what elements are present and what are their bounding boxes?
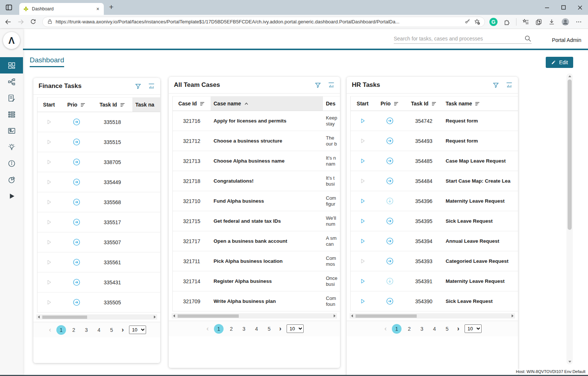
horizontal-scrollbar[interactable] [36, 314, 157, 320]
horizontal-scrollbar[interactable] [350, 313, 515, 318]
table-row[interactable]: 354394 Annual Leave Request [351, 231, 518, 251]
table-row[interactable]: 354484 Start Case Map: Create Lea [351, 171, 518, 191]
forward-button[interactable] [17, 18, 25, 26]
collections-icon[interactable] [535, 18, 542, 26]
page-number[interactable]: 5 [442, 324, 452, 334]
table-row[interactable]: 335515 [37, 132, 160, 152]
table-row[interactable]: 354395 Sick Leave Request [351, 211, 518, 231]
downloads-icon[interactable] [548, 18, 555, 26]
more-menu-icon[interactable] [575, 19, 582, 25]
scrollbar-thumb[interactable] [568, 79, 572, 230]
scroll-right-arrow[interactable] [154, 315, 156, 318]
start-task-icon[interactable] [46, 219, 52, 225]
edit-dashboard-button[interactable]: Edit [546, 57, 573, 68]
axonivy-logo[interactable]: Λ [3, 32, 20, 49]
page-number[interactable]: 4 [94, 325, 104, 335]
table-row[interactable]: 321711 Pick Alpha business location Comm… [173, 251, 340, 271]
browser-tab[interactable]: Dashboard × [19, 3, 104, 15]
page-number[interactable]: 1 [392, 324, 402, 334]
favorite-add-icon[interactable] [474, 19, 480, 25]
column-header-task-name[interactable]: Task name [443, 97, 518, 111]
sidebar-item-info[interactable] [0, 155, 23, 171]
sidebar-item-reports[interactable] [0, 171, 23, 188]
scroll-right-arrow[interactable] [512, 314, 513, 317]
start-task-icon[interactable] [360, 218, 366, 224]
start-task-icon[interactable] [360, 178, 366, 184]
sidebar-item-tasks[interactable] [0, 90, 23, 106]
table-row[interactable]: 335507 [37, 232, 160, 252]
start-task-icon[interactable] [360, 298, 366, 304]
pagination-next[interactable]: › [278, 325, 283, 333]
sidebar-item-dashboard[interactable] [0, 57, 23, 73]
page-number[interactable]: 4 [430, 324, 439, 334]
start-task-icon[interactable] [46, 259, 52, 265]
scrollbar-thumb[interactable] [356, 314, 417, 318]
vertical-scrollbar[interactable] [566, 73, 573, 364]
window-minimize-button[interactable] [544, 5, 550, 10]
grammarly-extension-icon[interactable]: G [489, 18, 498, 26]
table-row[interactable]: 335517 [37, 212, 160, 232]
page-number[interactable]: 2 [69, 325, 79, 335]
start-task-icon[interactable] [360, 118, 366, 124]
start-task-icon[interactable] [46, 299, 52, 305]
table-row[interactable]: 354742 Request form [351, 111, 518, 131]
scrollbar-thumb[interactable] [178, 314, 239, 318]
sidebar-item-processes[interactable] [0, 73, 23, 90]
address-bar[interactable]: https://trunk-wawa.axonivy.io/Portal/fac… [42, 17, 485, 27]
column-header-task-id[interactable]: Task Id [405, 97, 443, 111]
page-size-select[interactable]: 10 [129, 326, 146, 334]
pagination-prev[interactable]: ‹ [383, 325, 388, 333]
scroll-left-arrow[interactable] [38, 315, 40, 318]
extensions-puzzle-icon[interactable] [503, 18, 511, 26]
start-task-icon[interactable] [46, 159, 52, 165]
column-header-description[interactable]: Des [323, 97, 340, 111]
user-menu[interactable]: Portal Admin [552, 37, 581, 43]
tab-workspaces-icon[interactable] [5, 4, 13, 11]
table-row[interactable]: 321716 Apply for licenses and permits Ke… [173, 111, 340, 131]
table-row[interactable]: 354485 Case Map Leave Request [351, 151, 518, 171]
page-number[interactable]: 3 [239, 324, 249, 334]
table-row[interactable]: 321715 Get federal and state tax IDs We'… [173, 211, 340, 231]
page-number[interactable]: 3 [82, 325, 91, 335]
page-number[interactable]: 2 [227, 324, 236, 334]
new-tab-button[interactable]: + [109, 3, 113, 12]
table-row[interactable]: 354396 Maternity Leave Request [351, 191, 518, 211]
table-row[interactable]: 354493 Request form [351, 131, 518, 151]
column-header-case-id[interactable]: Case Id [173, 97, 211, 111]
table-row[interactable]: 354391 Maternity Leave Request [351, 271, 518, 291]
page-size-select[interactable]: 10 [465, 324, 482, 333]
table-row[interactable]: 321709 Write Alpha business plan Comfoun [173, 291, 340, 311]
start-task-icon[interactable] [360, 258, 366, 264]
table-row[interactable]: 335449 [37, 172, 160, 192]
table-row[interactable]: 321717 Open a business bank account A sm… [173, 231, 340, 251]
table-row[interactable]: 338705 [37, 152, 160, 172]
pagination-prev[interactable]: ‹ [47, 326, 53, 334]
page-size-select[interactable]: 10 [287, 324, 304, 333]
page-number[interactable]: 4 [252, 324, 261, 334]
chart-view-icon[interactable] [148, 83, 155, 90]
column-header-case-name[interactable]: Case name [211, 97, 323, 111]
password-key-icon[interactable] [465, 19, 471, 25]
table-row[interactable]: 321713 Choose Alpha business name It's n… [173, 151, 340, 171]
page-number[interactable]: 5 [107, 325, 116, 335]
table-row[interactable]: 321714 Register Alpha business Oncebusi [173, 271, 340, 291]
start-task-icon[interactable] [360, 278, 366, 284]
page-number[interactable]: 2 [404, 324, 414, 334]
global-search[interactable] [394, 35, 532, 44]
sidebar-item-innovation[interactable] [0, 139, 23, 155]
column-header-start[interactable]: Start [37, 98, 60, 112]
start-task-icon[interactable] [46, 139, 52, 145]
start-task-icon[interactable] [360, 198, 366, 204]
filter-icon[interactable] [135, 83, 142, 90]
page-number[interactable]: 5 [264, 324, 274, 334]
window-close-button[interactable] [577, 5, 583, 10]
column-header-task-id[interactable]: Task Id [92, 98, 132, 112]
scroll-down-arrow[interactable] [568, 361, 571, 363]
horizontal-scrollbar[interactable] [172, 313, 337, 318]
table-row[interactable]: 321710 Fund Alpha business Comfigur [173, 191, 340, 211]
table-row[interactable]: 354393 Categoried Leave Request [351, 251, 518, 271]
scroll-right-arrow[interactable] [334, 314, 336, 317]
table-row[interactable]: 335505 [37, 292, 160, 313]
search-icon[interactable] [524, 35, 532, 42]
filter-icon[interactable] [314, 82, 321, 89]
